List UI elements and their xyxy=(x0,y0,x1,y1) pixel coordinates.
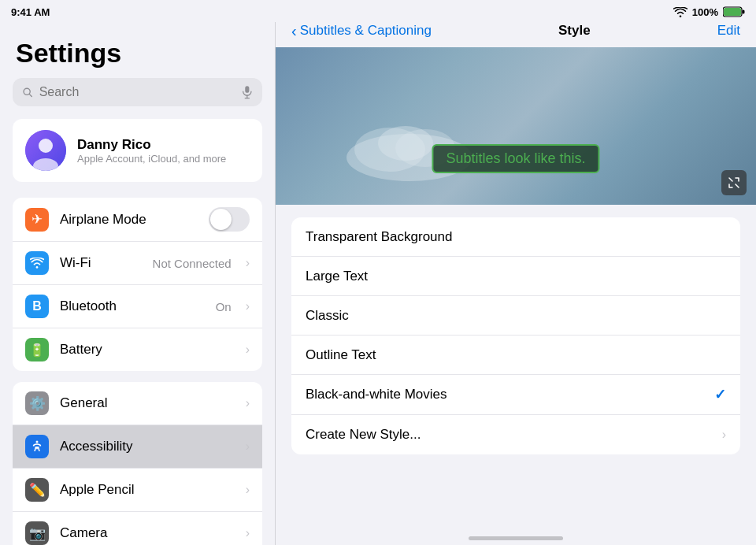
svg-rect-10 xyxy=(724,8,741,16)
subtitle-preview: Subtitles look like this. xyxy=(432,144,599,173)
style-item-transparent-bg[interactable]: Transparent Background xyxy=(291,217,740,257)
back-arrow-icon: ‹ xyxy=(291,22,297,40)
status-time: 9:41 AM xyxy=(11,6,50,18)
status-right: 100% xyxy=(673,6,745,18)
sidebar-item-camera[interactable]: 📷 Camera › xyxy=(13,512,262,545)
svg-point-8 xyxy=(36,441,39,443)
profile-name: Danny Rico xyxy=(77,137,226,153)
battery-percent: 100% xyxy=(692,6,718,18)
style-check-icon: ✓ xyxy=(714,386,726,403)
airplane-toggle[interactable] xyxy=(209,207,250,232)
applepencil-icon: ✏️ xyxy=(25,478,49,502)
applepencil-label: Apple Pencil xyxy=(60,482,235,498)
wifi-chevron: › xyxy=(246,256,250,270)
style-classic-label: Classic xyxy=(306,308,726,324)
general-chevron: › xyxy=(246,396,250,410)
sidebar-item-battery[interactable]: 🔋 Battery › xyxy=(13,328,262,371)
battery-label: Battery xyxy=(60,342,235,358)
profile-info: Danny Rico Apple Account, iCloud, and mo… xyxy=(77,137,226,165)
right-panel: 9:41 100% ‹ Subtitles & Ca xyxy=(276,0,756,545)
accessibility-icon xyxy=(25,435,49,458)
home-indicator xyxy=(276,526,756,545)
edit-button[interactable]: Edit xyxy=(717,23,740,39)
camera-label: Camera xyxy=(60,525,235,541)
search-bar[interactable] xyxy=(13,78,262,106)
general-icon: ⚙️ xyxy=(25,391,49,415)
style-outline-text-label: Outline Text xyxy=(306,347,726,363)
bluetooth-icon: B xyxy=(25,295,49,318)
create-style-chevron: › xyxy=(722,428,726,442)
camera-icon: 📷 xyxy=(25,521,49,545)
back-button[interactable]: ‹ Subtitles & Captioning xyxy=(291,22,432,40)
wifi-value: Not Connected xyxy=(153,257,232,270)
back-label: Subtitles & Captioning xyxy=(300,23,432,39)
settings-title: Settings xyxy=(0,22,275,78)
airplane-label: Airplane Mode xyxy=(60,212,198,228)
bluetooth-chevron: › xyxy=(246,299,250,313)
sidebar-item-wifi[interactable]: Wi-Fi Not Connected › xyxy=(13,242,262,285)
sidebar-item-accessibility[interactable]: Accessibility › xyxy=(13,425,262,469)
search-icon xyxy=(22,86,33,98)
svg-point-6 xyxy=(39,139,53,153)
sidebar-item-bluetooth[interactable]: B Bluetooth On › xyxy=(13,285,262,328)
wifi-icon xyxy=(25,251,49,275)
airplane-icon: ✈ xyxy=(25,208,49,232)
battery-icon: 🔋 xyxy=(25,338,49,361)
style-group: Transparent Background Large Text Classi… xyxy=(291,217,740,454)
avatar xyxy=(25,130,66,171)
accessibility-chevron: › xyxy=(246,439,250,454)
home-bar xyxy=(469,536,563,540)
style-item-create-style[interactable]: Create New Style... › xyxy=(291,415,740,454)
page-title: Style xyxy=(558,23,591,39)
battery-chevron: › xyxy=(246,343,250,357)
style-transparent-bg-label: Transparent Background xyxy=(306,229,726,245)
status-bar: 9:41 AM xyxy=(0,0,276,22)
style-large-text-label: Large Text xyxy=(306,269,726,284)
profile-row[interactable]: Danny Rico Apple Account, iCloud, and mo… xyxy=(13,119,262,182)
camera-chevron: › xyxy=(246,526,250,540)
microphone-icon[interactable] xyxy=(242,84,253,100)
style-item-outline-text[interactable]: Outline Text xyxy=(291,336,740,375)
style-create-label: Create New Style... xyxy=(306,427,722,443)
applepencil-chevron: › xyxy=(246,483,250,497)
sidebar-item-applepencil[interactable]: ✏️ Apple Pencil › xyxy=(13,469,262,512)
preview-area: Subtitles look like this. xyxy=(276,47,756,205)
style-item-large-text[interactable]: Large Text xyxy=(291,257,740,296)
wifi-status-icon xyxy=(673,7,687,17)
battery-status-icon xyxy=(723,6,745,17)
app-layout: 9:41 AM Settings xyxy=(0,0,756,545)
wifi-label: Wi-Fi xyxy=(60,255,142,271)
search-input[interactable] xyxy=(39,85,236,99)
style-bw-movies-label: Black-and-white Movies xyxy=(306,387,714,402)
sidebar-item-airplane[interactable]: ✈ Airplane Mode xyxy=(13,198,262,242)
accessibility-label: Accessibility xyxy=(60,439,235,454)
svg-rect-11 xyxy=(743,10,745,14)
svg-line-1 xyxy=(29,94,32,96)
svg-rect-2 xyxy=(246,86,250,93)
settings-group-1: ✈ Airplane Mode Wi-Fi Not Connected › xyxy=(13,198,262,371)
profile-subtitle: Apple Account, iCloud, and more xyxy=(77,153,226,165)
bluetooth-value: On xyxy=(216,300,232,313)
style-item-bw-movies[interactable]: Black-and-white Movies ✓ xyxy=(291,375,740,415)
expand-button[interactable] xyxy=(721,170,747,195)
style-item-classic[interactable]: Classic xyxy=(291,296,740,336)
svg-point-15 xyxy=(378,126,433,161)
settings-group-2: ⚙️ General › Accessibility › ✏️ Apple Pe… xyxy=(13,382,262,545)
bluetooth-label: Bluetooth xyxy=(60,298,205,314)
general-label: General xyxy=(60,395,235,411)
style-list: Transparent Background Large Text Classi… xyxy=(276,205,756,526)
sidebar: 9:41 AM Settings xyxy=(0,0,276,545)
sidebar-item-general[interactable]: ⚙️ General › xyxy=(13,382,262,425)
status-bar-right: 9:41 100% xyxy=(276,0,756,22)
